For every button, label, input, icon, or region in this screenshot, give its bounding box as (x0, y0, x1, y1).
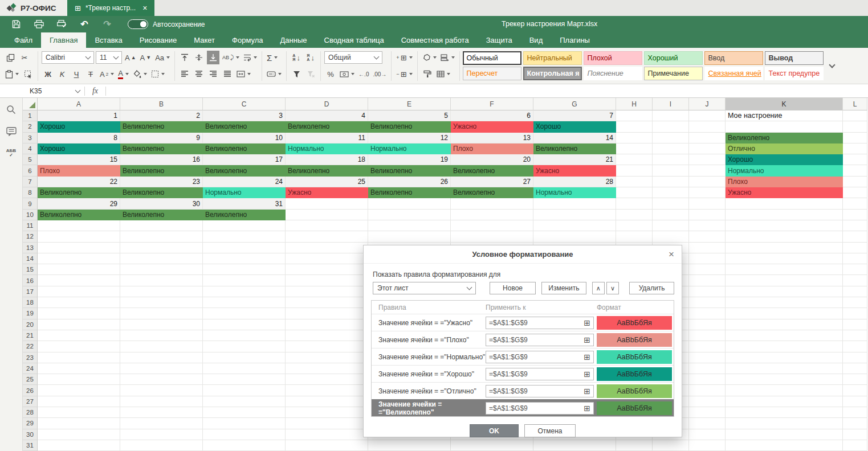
cell-I8[interactable] (653, 187, 689, 198)
align-left-button[interactable] (178, 67, 191, 81)
redo-button[interactable]: ↷ (96, 16, 119, 32)
cell-G5[interactable]: 21 (533, 154, 616, 165)
select-all-corner[interactable] (23, 98, 38, 110)
cell-B15[interactable] (120, 264, 203, 275)
text-orientation-button[interactable]: АВ⤸ (221, 51, 241, 64)
cell-L29[interactable] (843, 418, 867, 429)
row-header-25[interactable]: 25 (23, 374, 38, 385)
cell-C20[interactable] (203, 319, 286, 330)
cell-L2[interactable] (843, 121, 867, 132)
currency-style-button[interactable] (339, 67, 356, 81)
cell-H12[interactable] (616, 231, 653, 242)
cell-A19[interactable] (38, 308, 120, 319)
row-header-6[interactable]: 6 (23, 165, 38, 176)
rule-range-input[interactable]: =$A$1:$G$9⊞ (486, 385, 594, 397)
strikethrough-button[interactable]: T (84, 67, 97, 81)
cell-I7[interactable] (653, 177, 689, 187)
cell-C26[interactable] (203, 385, 286, 396)
cell-C1[interactable]: 3 (203, 110, 286, 121)
cell-B17[interactable] (120, 286, 203, 297)
cell-B19[interactable] (120, 308, 203, 319)
cell-A25[interactable] (38, 374, 120, 385)
cell-I6[interactable] (653, 165, 689, 176)
cell-D24[interactable] (286, 363, 368, 374)
cell-L14[interactable] (843, 253, 867, 264)
move-rule-down-button[interactable]: ∨ (606, 282, 619, 294)
cell-F9[interactable] (451, 198, 533, 209)
cell-D30[interactable] (286, 429, 368, 440)
row-header-17[interactable]: 17 (23, 286, 38, 297)
row-header-27[interactable]: 27 (23, 396, 38, 407)
cell-G11[interactable] (533, 220, 616, 231)
cell-B23[interactable] (120, 352, 203, 363)
autosum-button[interactable]: Σ (266, 51, 279, 64)
cell-L6[interactable] (843, 165, 867, 176)
column-header-F[interactable]: F (451, 98, 533, 110)
column-header-B[interactable]: B (120, 98, 203, 110)
comments-icon[interactable] (6, 127, 17, 136)
select-range-icon[interactable]: ⊞ (584, 387, 590, 395)
cell-J20[interactable] (689, 319, 726, 330)
cell-L18[interactable] (843, 297, 867, 308)
new-rule-button[interactable]: Новое (490, 282, 536, 294)
move-rule-up-button[interactable]: ∧ (592, 282, 605, 294)
cell-D10[interactable] (286, 210, 368, 220)
cell-J30[interactable] (689, 429, 726, 440)
cell-K21[interactable] (726, 330, 843, 341)
cell-J21[interactable] (689, 330, 726, 341)
cell-J19[interactable] (689, 308, 726, 319)
cell-L25[interactable] (843, 374, 867, 385)
cell-B10[interactable]: Великолепно (120, 210, 203, 220)
cell-C2[interactable]: Великолепно (203, 121, 286, 132)
cell-K6[interactable]: Нормально (726, 165, 843, 176)
row-header-2[interactable]: 2 (23, 121, 38, 132)
cell-L9[interactable] (843, 198, 867, 209)
cell-J29[interactable] (689, 418, 726, 429)
cell-K26[interactable] (726, 385, 843, 396)
align-top-button[interactable] (178, 51, 191, 64)
cell-D19[interactable] (286, 308, 368, 319)
cell-C18[interactable] (203, 297, 286, 308)
cell-D14[interactable] (286, 253, 368, 264)
cell-E3[interactable]: 12 (368, 133, 451, 144)
change-case-button[interactable]: Aa (154, 51, 171, 64)
cell-I2[interactable] (653, 121, 689, 132)
row-header-29[interactable]: 29 (23, 418, 38, 429)
cell-J14[interactable] (689, 253, 726, 264)
cell-C7[interactable]: 24 (203, 177, 286, 187)
cell-D13[interactable] (286, 243, 368, 253)
cell-J8[interactable] (689, 187, 726, 198)
cell-G12[interactable] (533, 231, 616, 242)
cell-L3[interactable] (843, 133, 867, 144)
cell-J23[interactable] (689, 352, 726, 363)
cell-C31[interactable] (203, 440, 286, 451)
row-header-15[interactable]: 15 (23, 264, 38, 275)
column-header-I[interactable]: I (653, 98, 689, 110)
cell-style-6[interactable]: Вывод (765, 51, 824, 65)
cell-C3[interactable]: 10 (203, 133, 286, 144)
cell-J3[interactable] (689, 133, 726, 144)
cell-style-12[interactable]: Текст предупре (765, 67, 824, 80)
cell-style-3[interactable]: Плохой (584, 51, 642, 65)
rule-row-5[interactable]: Значение ячейки = ="Отлично"=$A$1:$G$9⊞A… (372, 382, 674, 399)
cell-G3[interactable]: 14 (533, 133, 616, 144)
cell-B12[interactable] (120, 231, 203, 242)
close-icon[interactable]: × (669, 249, 674, 260)
subscript-button[interactable]: A2 (99, 67, 115, 81)
align-center-button[interactable] (193, 67, 205, 81)
cell-B13[interactable] (120, 243, 203, 253)
cell-K12[interactable] (726, 231, 843, 242)
cell-H11[interactable] (616, 220, 653, 231)
close-tab-icon[interactable]: × (142, 3, 147, 13)
row-header-20[interactable]: 20 (23, 319, 38, 330)
cell-J31[interactable] (689, 440, 726, 451)
name-box[interactable]: K35 (25, 84, 84, 97)
cell-B9[interactable]: 30 (120, 198, 203, 209)
cell-J15[interactable] (689, 264, 726, 275)
cell-C16[interactable] (203, 275, 286, 286)
cell-B8[interactable]: Великолепно (120, 187, 203, 198)
decrease-font-button[interactable]: A▼ (139, 51, 153, 64)
sort-descending-button[interactable]: ЯА ↓ (304, 51, 317, 64)
cell-A21[interactable] (38, 330, 120, 341)
cell-G10[interactable] (533, 210, 616, 220)
